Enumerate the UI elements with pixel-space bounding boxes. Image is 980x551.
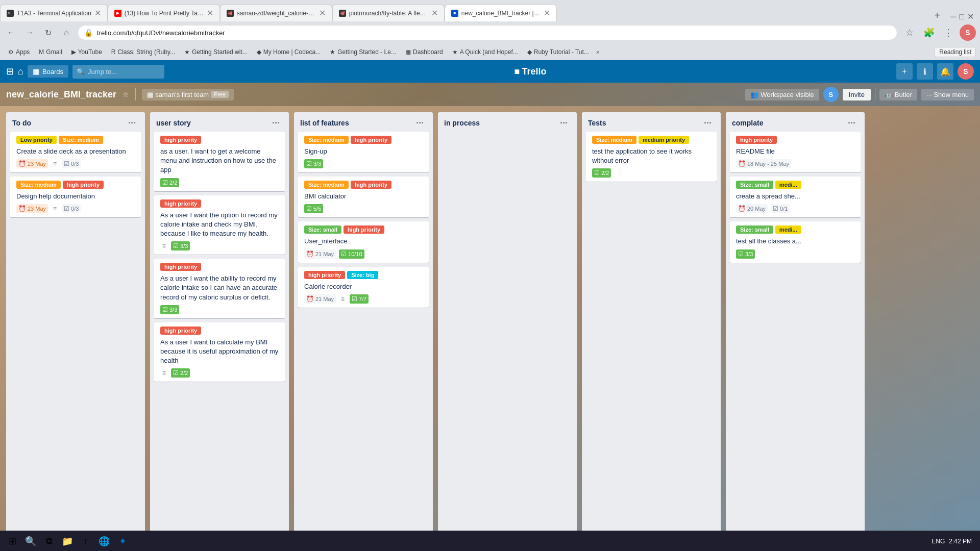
task-view-icon[interactable]: ⧉ [41,533,57,549]
bookmark-item[interactable]: ◆Ruby Tutorial - Tut... [523,47,593,57]
boards-button[interactable]: ▦ Boards [28,65,68,78]
forward-button[interactable]: → [22,26,37,40]
tab-close-icon[interactable]: ✕ [319,8,326,18]
tab-close-icon[interactable]: ✕ [431,8,438,18]
close-button[interactable]: ✕ [967,12,974,21]
info-button[interactable]: ℹ [917,63,933,80]
refresh-button[interactable]: ↻ [41,26,55,40]
card-description-badge: ≡ [51,204,59,213]
board-user-avatar: S [823,87,839,102]
list-menu-button[interactable]: ··· [701,117,715,129]
home-button[interactable]: ⌂ [59,26,74,40]
card[interactable]: Low prioritySize: medium Create a slide … [10,132,141,172]
extensions-icon[interactable]: 🧩 [921,24,937,41]
notification-button[interactable]: 🔔 [937,63,953,80]
board-title[interactable]: new_calorie_BMI_tracker [6,89,116,100]
reading-list-button[interactable]: Reading list [935,47,976,57]
start-button[interactable]: ⊞ [4,533,20,549]
bookmark-item[interactable]: ◆My Home | Codeca... [253,47,325,57]
workspace-button[interactable]: 👥 Workspace visible [745,89,819,101]
card[interactable]: high priority README file ⏰18 May - 25 M… [730,132,861,172]
invite-button[interactable]: Invite [843,89,871,101]
minimize-button[interactable]: ─ [950,12,956,21]
show-menu-button[interactable]: ··· Show menu [921,89,974,101]
list-cards: Size: mediummedium priority test the app… [582,132,721,524]
card[interactable]: high prioritySize: big Calorie recorder … [298,267,429,308]
card-title: test the application to see it works wit… [592,147,710,165]
address-box[interactable]: 🔒 trello.com/b/qfquUDvl/newcaloriebmitra… [78,25,897,40]
list-menu-button[interactable]: ··· [125,117,139,129]
tab-close-icon[interactable]: ✕ [544,8,550,18]
card-badges: ≡☑3/3 [160,241,279,251]
bookmark-item[interactable]: ⚙Apps [4,47,34,57]
list-menu-button[interactable]: ··· [845,117,859,129]
card[interactable]: Size: mediumhigh priority BMI calculator… [298,177,429,217]
browser-tab-tab1[interactable]: >_ T1A3 - Terminal Application ✕ [0,4,108,21]
tab-favicon: 🐙 [227,10,234,17]
search-box[interactable]: 🔍 Jump to... [72,65,164,79]
board-team-button[interactable]: ▦ saman's first team Free [142,89,234,101]
card[interactable]: Size: mediummedium priority test the app… [586,132,717,182]
profile-avatar[interactable]: S [960,24,976,41]
user-avatar-header[interactable]: S [958,63,974,80]
card-description-badge: ≡ [160,368,168,378]
card[interactable]: Size: mediumhigh priority Sign-up ☑3/3 [298,132,429,172]
add-button[interactable]: + [896,63,913,80]
card[interactable]: Size: smallmedi... create a spread she..… [730,177,861,217]
bookmark-item[interactable]: ▦Dashboard [401,47,447,57]
home-icon[interactable]: ⌂ [18,66,23,77]
card[interactable]: Size: mediumhigh priority Design help do… [10,177,141,217]
card-labels: Size: mediumhigh priority [304,181,423,189]
list-menu-button[interactable]: ··· [269,117,283,129]
search-taskbar-icon[interactable]: 🔍 [22,533,39,549]
card[interactable]: high priority As a user I want the abili… [154,259,285,318]
card-labels: Size: smallmedi... [736,181,854,189]
trello-logo: ■ Trello [514,66,547,77]
card-label: Size: medium [304,136,349,144]
restore-button[interactable]: □ [959,12,964,21]
explorer-icon[interactable]: 📁 [59,533,76,549]
card-badges: ☑5/5 [304,204,423,213]
list-header: Tests ··· [582,112,721,132]
chrome-icon[interactable]: 🌐 [96,533,112,549]
new-tab-button[interactable]: + [930,10,944,21]
card-badges: ≡☑2/2 [160,368,279,378]
browser-tab-tab5[interactable]: ■ new_calorie_BMI_tracker | Trello ✕ [445,4,557,21]
waffle-icon[interactable]: ⊞ [6,66,14,77]
bookmark-item[interactable]: ★Getting Started - Le... [326,47,400,57]
bookmark-icon[interactable]: ☆ [901,24,918,41]
clock-icon: ⏰ [306,295,314,303]
list-title: list of features [300,119,413,127]
browser-tab-tab3[interactable]: 🐙 saman-zdf/weight_calorie-tracke... ✕ [220,4,332,21]
card[interactable]: Size: smallmedi... test all the classes … [730,221,861,262]
card[interactable]: high priority As a user I want the optio… [154,195,285,255]
card-title: test all the classes a... [736,237,854,246]
board-star-icon[interactable]: ☆ [122,90,129,98]
bookmark-item[interactable]: RClass: String (Ruby... [107,47,179,57]
bookmark-item[interactable]: MGmail [35,47,66,57]
bookmark-item[interactable]: ▶YouTube [67,47,106,57]
list-menu-button[interactable]: ··· [413,117,427,129]
lock-icon: 🔒 [84,29,93,37]
vscode-icon[interactable]: ✦ [114,533,131,549]
back-button[interactable]: ← [4,26,18,40]
tab-close-icon[interactable]: ✕ [94,8,101,18]
terminal-icon[interactable]: T [78,533,94,549]
browser-tab-tab4[interactable]: 🐙 piotrmurach/tty-table: A flexible... ✕ [332,4,445,21]
butler-button[interactable]: 🤖 Butler [879,89,917,101]
card-title: BMI calculator [304,192,423,201]
bookmark-item[interactable]: ★A Quick (and Hopef... [448,47,522,57]
trello-header: ⊞ ⌂ ▦ Boards 🔍 Jump to... ■ Trello + ℹ 🔔… [0,60,980,83]
card[interactable]: high priority As a user I want to calcul… [154,322,285,382]
list-title: Tests [588,119,701,127]
clock-icon: ⏰ [18,160,26,167]
list-cards [438,132,577,524]
list-menu-button[interactable]: ··· [557,117,571,129]
settings-icon[interactable]: ⋮ [940,24,957,41]
card[interactable]: high priority as a user, I want to get a… [154,132,285,191]
browser-tab-tab2[interactable]: ▶ (13) How To Print Pretty Tables V... ✕ [108,4,220,21]
tab-close-icon[interactable]: ✕ [207,8,213,18]
card[interactable]: Size: smallhigh priority User_interface … [298,221,429,262]
bookmark-item[interactable]: ★Getting Started wit... [180,47,252,57]
clock-icon: ⏰ [738,160,746,167]
